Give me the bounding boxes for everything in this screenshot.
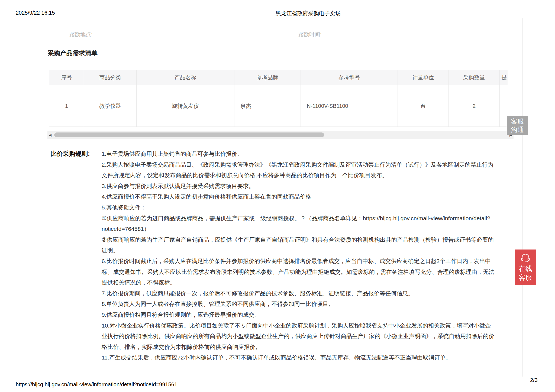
column-header-unit: 计量单位 <box>398 70 449 85</box>
column-header-model: 参考型号 <box>301 70 398 85</box>
rules-line: 格比价、排名，实际成交价为未扣除价格前的供应商响应报价。 <box>102 342 494 352</box>
rules-line: 9.供应商报价相同且符合报价规则的，应选择最早报价的成交。 <box>102 309 494 320</box>
print-footer-url: https://hljcg.hlj.gov.cn/mall-view/infor… <box>16 381 177 388</box>
cell-category: 教学仪器 <box>84 85 137 127</box>
cell-unit: 台 <box>398 85 449 127</box>
rules-line: 7.比价报价期间，供应商只能报价一次，报价后不可修改报价产品的技术参数、服务标准… <box>102 288 494 299</box>
cell-clipped <box>500 85 508 127</box>
chat-button-line1: 客服 <box>507 117 528 125</box>
print-footer-page: 2/3 <box>530 377 538 383</box>
rules-line: 标、成交通知书。采购人不应以比价需求发布阶段未列明的技术参数、产品功能为理由拒绝… <box>102 267 494 277</box>
cell-product: 旋转蒸发仪 <box>137 85 234 127</box>
customer-service-chat-button[interactable]: 客服 沟通 <box>507 116 528 135</box>
rules-line: 5.其他资质文件： <box>102 202 494 213</box>
product-table: 序号 商品分类 产品名称 参考品牌 参考型号 计量单位 采购数量 是 1 教学仪… <box>49 70 508 127</box>
cell-quantity: 2 <box>449 85 500 127</box>
rules-line: 文件所规定内容，设定和发布商品的比价需求和初步意向价格,不应将多种商品的比价项目… <box>102 170 494 181</box>
cell-brand: 泉杰 <box>234 85 301 127</box>
rules-line: 证明。 <box>102 245 494 256</box>
rules-text: 1.电子卖场供应商用其上架销售的商品可参与比价报价。2.采购人按照电子卖场交易商… <box>102 148 494 363</box>
page-left-border <box>33 18 33 377</box>
rules-line: 11.产生成交结果后，供应商应72小时内确认订单，不可不确认订单或以商品价格错误… <box>102 352 494 363</box>
scrollbar-thumb[interactable] <box>54 132 324 137</box>
survey-time-label: 踏勘时间: <box>298 31 322 38</box>
rules-line: 提供相关情况的，不得废标。 <box>102 277 494 288</box>
print-header-title: 黑龙江省政府采购电子卖场 <box>276 10 341 17</box>
online-service-button[interactable]: 在线 客服 <box>515 250 536 285</box>
cell-model: N-1100V-SB1100 <box>301 85 398 127</box>
column-header-product: 产品名称 <box>137 70 234 85</box>
chat-button-line2: 沟通 <box>507 125 528 134</box>
rules-line: noticeId=764581） <box>102 223 494 234</box>
column-header-quantity: 采购数量 <box>449 70 500 85</box>
print-preview-page: 2025/9/22 16:15 黑龙江省政府采购电子卖场 踏勘地点: 踏勘时间:… <box>0 0 555 392</box>
rules-line: 8.单位负责人为同一人或者存在直接控股、管理关系的不同供应商，不得参加同一比价项… <box>102 299 494 309</box>
table-header-row: 序号 商品分类 产品名称 参考品牌 参考型号 计量单位 采购数量 是 <box>49 70 508 85</box>
horizontal-scrollbar[interactable]: ◀ ▶ <box>47 131 514 139</box>
rules-line: 2.采购人按照电子卖场交易商品品目、《政府采购需求管理办法》《黑龙江省政府采购文… <box>102 159 494 170</box>
cell-seq: 1 <box>49 85 84 127</box>
rules-line: 10.对小微企业实行价格优惠政策。比价项目如关联了不专门面向中小企业的政府采购计… <box>102 320 494 331</box>
headset-icon <box>520 253 531 263</box>
table-row: 1 教学仪器 旋转蒸发仪 泉杰 N-1100V-SB1100 台 2 <box>49 85 508 127</box>
page-right-border <box>522 18 523 377</box>
scroll-left-arrow-icon[interactable]: ◀ <box>49 133 51 137</box>
rules-line: 1.电子卖场供应商用其上架销售的商品可参与比价报价。 <box>102 148 494 159</box>
section-title: 采购产品需求清单 <box>48 49 98 57</box>
online-service-line2: 客服 <box>515 273 536 282</box>
column-header-clipped: 是 <box>500 70 508 85</box>
column-header-seq: 序号 <box>49 70 84 85</box>
online-service-line1: 在线 <box>515 264 536 273</box>
rules-line: 业执行的价格扣除比例。供应商响应的所有商品均为小型或微型企业生产的，供应商应上传… <box>102 331 494 342</box>
column-header-category: 商品分类 <box>84 70 137 85</box>
rules-line: ②供应商响应的若为生产厂家自产自销商品，应提供《生产厂家自产自销商品证明》和具有… <box>102 234 494 245</box>
rules-label: 比价采购规则: <box>50 150 90 158</box>
rules-line: 3.供应商参与报价则表示默认满足并接受采购需求项目要求。 <box>102 181 494 192</box>
survey-location-label: 踏勘地点: <box>69 31 93 38</box>
rules-line: ①供应商响应的若为进口商品或品牌商品，需提供生产厂家或一级经销商授权。？（品牌商… <box>102 213 494 224</box>
print-header-datetime: 2025/9/22 16:15 <box>16 10 55 16</box>
rules-line: 4.供应商报价不得高于采购人设定的初步意向价格和供应商上架在售的同款商品价格。 <box>102 191 494 202</box>
column-header-brand: 参考品牌 <box>234 70 301 85</box>
rules-line: 6.比价报价时间截止后，采购人应在满足比价条件并参加报价的供应商中选择排名价最低… <box>102 256 494 267</box>
